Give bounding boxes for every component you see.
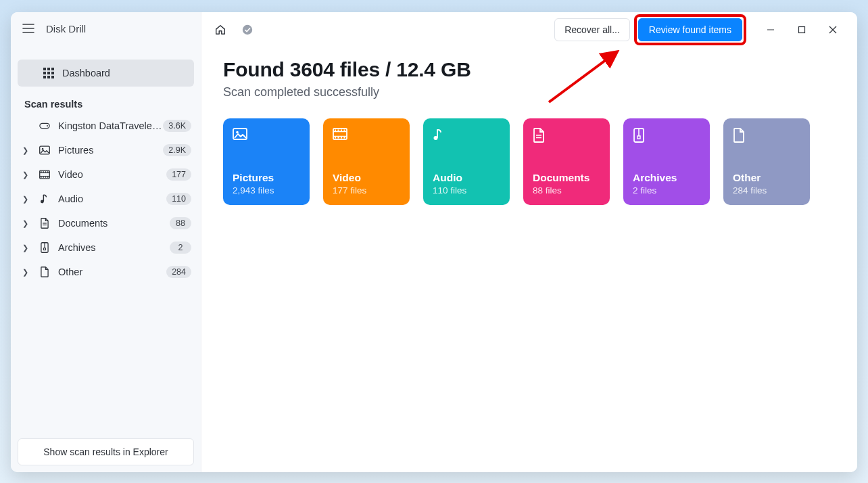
chevron-right-icon[interactable]: ❯ bbox=[20, 244, 30, 252]
chevron-right-icon[interactable]: ❯ bbox=[20, 195, 30, 204]
home-icon[interactable] bbox=[211, 20, 230, 39]
svg-rect-20 bbox=[43, 171, 43, 172]
image-icon bbox=[38, 145, 51, 156]
svg-rect-12 bbox=[40, 123, 49, 128]
minimize-button[interactable] bbox=[756, 19, 786, 41]
archive-icon bbox=[633, 128, 700, 151]
sidebar-device-row[interactable]: ❯ Kingston DataTraveler 2.... 3.6K bbox=[15, 114, 197, 138]
svg-rect-25 bbox=[45, 177, 46, 177]
sidebar-item-pictures[interactable]: ❯Pictures2.9K bbox=[15, 138, 197, 162]
svg-rect-35 bbox=[799, 27, 805, 33]
svg-point-15 bbox=[42, 148, 44, 150]
sidebar-item-label: Audio bbox=[58, 193, 166, 204]
music-icon bbox=[38, 193, 51, 204]
app-window: Disk Drill Dashboard Scan results ❯ King… bbox=[11, 12, 857, 472]
subline: Scan completed successfully bbox=[223, 85, 836, 99]
dashboard-icon bbox=[42, 66, 55, 80]
svg-rect-26 bbox=[47, 177, 48, 177]
svg-rect-8 bbox=[51, 72, 54, 74]
card-sub: 110 files bbox=[433, 185, 500, 196]
chevron-right-icon[interactable]: ❯ bbox=[20, 170, 30, 179]
svg-rect-24 bbox=[43, 177, 43, 177]
svg-rect-47 bbox=[335, 137, 336, 139]
dashboard-label: Dashboard bbox=[62, 68, 110, 78]
sidebar-item-badge: 88 bbox=[170, 217, 191, 229]
toolbar: Recover all... Review found items bbox=[201, 12, 857, 47]
sidebar-item-audio[interactable]: ❯Audio110 bbox=[15, 187, 197, 211]
svg-rect-21 bbox=[45, 171, 46, 172]
sidebar-item-badge: 284 bbox=[166, 266, 191, 278]
category-cards: Pictures2,943 filesVideo177 filesAudio11… bbox=[223, 118, 836, 205]
card-video[interactable]: Video177 files bbox=[323, 118, 410, 205]
sidebar-tree: ❯ Kingston DataTraveler 2.... 3.6K ❯Pict… bbox=[11, 114, 201, 284]
card-title: Documents bbox=[533, 172, 600, 184]
svg-rect-19 bbox=[41, 171, 41, 172]
close-button[interactable] bbox=[818, 19, 848, 41]
svg-rect-56 bbox=[637, 136, 640, 139]
svg-rect-44 bbox=[338, 130, 339, 131]
svg-rect-49 bbox=[341, 137, 342, 139]
show-in-explorer-label: Show scan results in Explorer bbox=[43, 446, 168, 457]
card-archives[interactable]: Archives2 files bbox=[623, 118, 710, 205]
sidebar-item-label: Video bbox=[58, 169, 166, 180]
device-badge: 3.6K bbox=[163, 120, 191, 132]
card-sub: 2,943 files bbox=[233, 185, 300, 196]
sidebar-item-label: Documents bbox=[58, 218, 170, 229]
card-title: Other bbox=[733, 172, 800, 184]
card-audio[interactable]: Audio110 files bbox=[423, 118, 510, 205]
card-title: Video bbox=[333, 172, 400, 184]
sidebar-header: Disk Drill bbox=[11, 12, 201, 45]
svg-rect-3 bbox=[43, 68, 46, 70]
review-button[interactable]: Review found items bbox=[638, 18, 742, 41]
file-icon bbox=[733, 128, 800, 151]
svg-rect-23 bbox=[41, 177, 41, 177]
svg-point-27 bbox=[41, 200, 44, 204]
sidebar-item-badge: 2 bbox=[170, 242, 191, 254]
sidebar-item-label: Archives bbox=[58, 242, 170, 253]
svg-rect-45 bbox=[341, 130, 342, 131]
chevron-right-icon[interactable]: ❯ bbox=[20, 268, 30, 277]
main-panel: Recover all... Review found items Found … bbox=[201, 12, 857, 472]
card-pictures[interactable]: Pictures2,943 files bbox=[223, 118, 310, 205]
chevron-right-icon[interactable]: ❯ bbox=[20, 219, 30, 228]
card-sub: 177 files bbox=[333, 185, 400, 196]
svg-rect-7 bbox=[47, 72, 50, 74]
show-in-explorer-button[interactable]: Show scan results in Explorer bbox=[18, 438, 194, 465]
sidebar-item-label: Pictures bbox=[58, 145, 163, 156]
review-label: Review found items bbox=[649, 24, 731, 35]
sidebar-item-badge: 177 bbox=[166, 168, 191, 181]
sidebar-item-dashboard[interactable]: Dashboard bbox=[18, 60, 194, 87]
maximize-button[interactable] bbox=[787, 19, 817, 41]
sidebar-item-other[interactable]: ❯Other284 bbox=[15, 260, 197, 284]
menu-icon[interactable] bbox=[19, 19, 38, 38]
card-other[interactable]: Other284 files bbox=[723, 118, 810, 205]
device-label: Kingston DataTraveler 2.... bbox=[58, 120, 163, 131]
svg-point-33 bbox=[243, 25, 252, 34]
svg-rect-10 bbox=[47, 76, 50, 78]
sidebar-item-documents[interactable]: ❯Documents88 bbox=[15, 211, 197, 235]
svg-rect-48 bbox=[338, 137, 339, 139]
sidebar-item-badge: 110 bbox=[166, 193, 191, 205]
sidebar-item-archives[interactable]: ❯Archives2 bbox=[15, 235, 197, 260]
sidebar-item-label: Other bbox=[58, 267, 166, 277]
headline: Found 3604 files / 12.4 GB bbox=[223, 58, 836, 81]
sidebar: Disk Drill Dashboard Scan results ❯ King… bbox=[11, 12, 201, 472]
svg-rect-9 bbox=[43, 76, 46, 78]
recover-all-label: Recover all... bbox=[564, 24, 620, 35]
svg-rect-32 bbox=[44, 248, 46, 250]
svg-rect-46 bbox=[344, 130, 345, 131]
svg-rect-4 bbox=[47, 68, 50, 70]
card-sub: 88 files bbox=[533, 185, 600, 196]
card-title: Pictures bbox=[233, 172, 300, 184]
status-check-icon[interactable] bbox=[238, 20, 257, 39]
card-title: Audio bbox=[433, 172, 500, 184]
sidebar-item-video[interactable]: ❯Video177 bbox=[15, 162, 197, 187]
document-icon bbox=[38, 218, 51, 229]
svg-rect-5 bbox=[51, 68, 54, 70]
card-documents[interactable]: Documents88 files bbox=[523, 118, 610, 205]
chevron-right-icon[interactable]: ❯ bbox=[20, 146, 30, 155]
svg-rect-43 bbox=[335, 130, 336, 131]
svg-rect-50 bbox=[344, 137, 345, 139]
recover-all-button[interactable]: Recover all... bbox=[554, 18, 630, 41]
image-icon bbox=[233, 128, 300, 151]
